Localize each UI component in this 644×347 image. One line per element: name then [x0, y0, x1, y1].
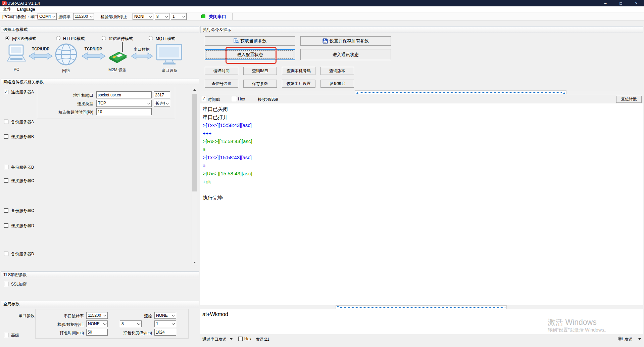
log-line: a — [203, 145, 641, 154]
timestamp-checkbox[interactable] — [202, 97, 206, 101]
maximize-button[interactable]: □ — [613, 0, 629, 6]
scroll-up-button[interactable] — [192, 87, 197, 92]
parity-select[interactable]: NONI — [133, 13, 153, 20]
query-imei-button[interactable]: 查询IMEI — [243, 67, 277, 75]
send-sound-icon — [617, 336, 623, 341]
set-save-params-button[interactable]: 设置并保存所有参数 — [300, 36, 391, 46]
baud-label: 波特率 — [58, 14, 70, 20]
server-c-label: 连接服务器C — [11, 178, 34, 184]
server-d-checkbox[interactable] — [4, 223, 8, 228]
server-a-checkbox[interactable] — [4, 90, 8, 94]
timestamp-label: 时间戳 — [208, 97, 220, 102]
radio-sms-label: 短信透传模式 — [109, 36, 133, 42]
log-line — [203, 186, 641, 194]
thumb-marker-icon — [356, 91, 358, 94]
global-parity-select[interactable]: NONE — [86, 320, 108, 327]
menu-language[interactable]: Language — [14, 6, 38, 12]
magnifier-doc-icon — [234, 38, 239, 44]
reset-counter-button[interactable]: 复位计数 — [616, 96, 642, 103]
stopbits-select[interactable]: 1 — [171, 13, 187, 20]
backup-server-c-checkbox[interactable] — [4, 208, 8, 213]
menu-file[interactable]: 文件 — [0, 6, 14, 12]
chevron-down-icon[interactable] — [230, 338, 233, 341]
log-line: >[Tx->][15:58:43][asc] — [203, 154, 641, 162]
server-b-checkbox[interactable] — [4, 134, 8, 139]
toolbar-separator — [232, 13, 233, 20]
com-port-select[interactable]: COM4 — [38, 13, 57, 20]
scroll-down-button[interactable] — [192, 260, 197, 265]
left-panel-scrollbar[interactable] — [192, 87, 197, 265]
flow-select[interactable]: NONE — [154, 312, 176, 319]
server-a-address-input[interactable] — [96, 91, 152, 98]
port-label: [PC串口参数]：串口号 — [2, 14, 42, 20]
pc-laptop-icon — [6, 44, 27, 64]
close-button[interactable]: × — [629, 0, 644, 6]
scrollbar-thumb[interactable] — [192, 94, 197, 191]
backup-server-d-checkbox[interactable] — [4, 252, 8, 256]
radio-mqtt[interactable] — [149, 36, 153, 40]
radio-sms[interactable] — [102, 36, 106, 40]
server-c-checkbox[interactable] — [4, 178, 8, 183]
compile-time-button[interactable]: 编译时间 — [205, 67, 238, 75]
baud-select[interactable]: 115200 — [73, 13, 94, 20]
tls-header: TLS加密参数 — [1, 271, 199, 278]
server-a-port-input[interactable] — [154, 91, 170, 98]
radio-net-passthrough-label: 网络透传模式 — [12, 36, 36, 42]
serial-toolbar: [PC串口参数]：串口号 COM4 波特率 115200 检验/数据/停止 NO… — [0, 12, 644, 21]
backup-server-b-checkbox[interactable] — [4, 165, 8, 169]
backup-server-c-label: 备份服务器C — [11, 208, 34, 214]
query-version-button[interactable]: 查询版本 — [320, 67, 354, 75]
factory-reset-button[interactable]: 恢复出厂设置 — [282, 80, 315, 88]
radio-mqtt-label: MQTT模式 — [156, 36, 175, 42]
packtime-input[interactable] — [86, 329, 108, 336]
serial-params-label: 串口参数 — [18, 313, 35, 319]
node-label-m2m: M2M 设备 — [105, 67, 130, 73]
query-signal-button[interactable]: 查信号强度 — [205, 80, 238, 88]
send-button[interactable]: 发送 — [625, 337, 633, 342]
parity-label: 检验/数据/停止 — [101, 14, 127, 20]
log-line: a — [203, 162, 641, 170]
recv-hex-checkbox[interactable] — [232, 97, 236, 101]
device-restart-button[interactable]: 设备重启 — [320, 80, 354, 88]
get-params-button[interactable]: 获取当前参数 — [205, 36, 295, 46]
serial-log-output[interactable]: 串口已关闭 串口已打开 >[Tx->][15:58:43][asc] +++ >… — [200, 103, 643, 305]
backup-server-b-label: 备份服务器B — [11, 165, 34, 170]
node-label-pc: PC — [8, 67, 25, 72]
conn-type-select[interactable]: TCP — [96, 100, 152, 107]
log-h-scrollbar[interactable] — [200, 90, 643, 95]
double-arrow-icon — [82, 52, 106, 60]
thumb-marker-icon — [563, 91, 565, 94]
databits-select[interactable]: 8 — [155, 13, 169, 20]
m2m-module-icon — [107, 42, 128, 66]
chevron-down-icon[interactable] — [638, 338, 641, 341]
port-open-status-icon — [201, 14, 205, 18]
backup-server-a-checkbox[interactable] — [4, 120, 8, 124]
log-line: >[Rx<-][15:58:43][asc] — [203, 137, 641, 145]
chevron-down-icon — [102, 321, 107, 327]
global-stopbits-select[interactable]: 1 — [154, 320, 176, 327]
radio-net-passthrough[interactable] — [5, 36, 9, 40]
send-hex-checkbox[interactable] — [238, 337, 243, 341]
minimize-button[interactable]: – — [598, 0, 613, 6]
global-databits-select[interactable]: 8 — [120, 320, 142, 327]
keepalive-select[interactable]: 长连接 — [154, 100, 170, 107]
query-phone-number-button[interactable]: 查询本机号码 — [282, 67, 315, 75]
timeout-input[interactable] — [96, 108, 152, 115]
enter-comm-button[interactable]: 进入通讯状态 — [300, 49, 391, 60]
floppy-disk-icon — [323, 38, 328, 44]
advanced-checkbox[interactable] — [4, 333, 8, 337]
close-port-button[interactable]: 关闭串口 — [209, 14, 226, 20]
app-icon — [2, 1, 7, 5]
global-baud-select[interactable]: 115200 — [86, 312, 108, 319]
chevron-down-icon — [51, 13, 56, 19]
packlen-input[interactable] — [154, 329, 176, 336]
send-via-serial-dropdown[interactable]: 通过串口发送 — [202, 337, 227, 342]
radio-httpd-label: HTTPD模式 — [63, 36, 85, 42]
chevron-down-icon — [165, 100, 170, 106]
ssl-checkbox[interactable] — [4, 282, 8, 286]
scrollbar-thumb[interactable] — [336, 305, 507, 309]
save-params-button[interactable]: 保存参数 — [243, 80, 277, 88]
server-d-label: 连接服务器D — [11, 223, 34, 229]
radio-httpd[interactable] — [56, 36, 60, 40]
scrollbar-thumb[interactable] — [355, 90, 566, 94]
